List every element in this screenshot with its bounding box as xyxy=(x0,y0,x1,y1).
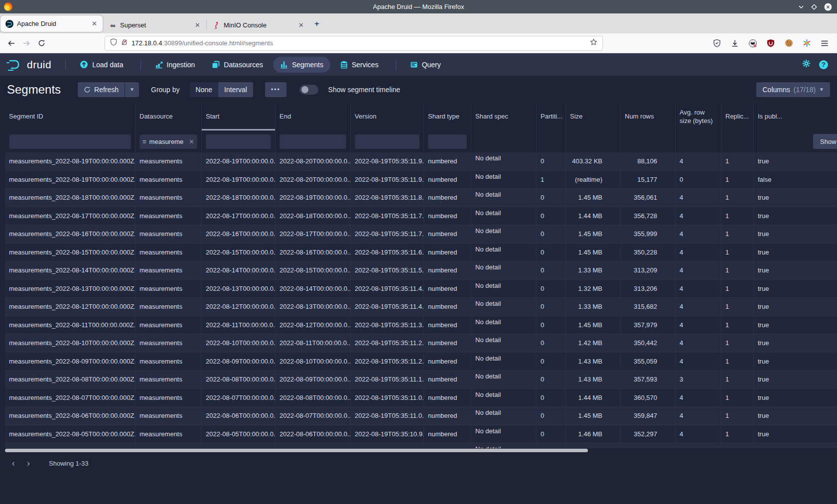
tab-superset[interactable]: ∞Superset✕ xyxy=(104,17,206,33)
cell-version: 2022-08-19T05:35:11.0... xyxy=(351,407,424,425)
remove-filter-icon[interactable]: ✕ xyxy=(189,138,194,145)
column-header-partiti[interactable]: Partiti... xyxy=(537,103,566,130)
cell-version: 2022-08-19T05:35:11.9... xyxy=(351,152,424,170)
tab-apache-druid[interactable]: Apache Druid✕ xyxy=(0,15,103,32)
table-row[interactable]: measurements_2022-08-13T00:00:00.000Z...… xyxy=(5,280,837,298)
reload-button[interactable] xyxy=(34,36,49,51)
cell-replic: 1 xyxy=(721,425,754,443)
table-row[interactable]: measurements_2022-08-12T00:00:00.000Z...… xyxy=(5,298,837,316)
nav-item-services[interactable]: Services xyxy=(333,57,386,73)
table-row[interactable]: measurements_2022-08-09T00:00:00.000Z...… xyxy=(5,353,837,371)
columns-picker-button[interactable]: Columns (17/18) ▼ xyxy=(756,82,830,97)
column-header-segment-id[interactable]: Segment ID xyxy=(5,103,136,130)
multicolor-asterisk-icon[interactable] xyxy=(801,38,812,49)
column-header-version[interactable]: Version xyxy=(351,103,424,130)
more-options-button[interactable]: ••• xyxy=(265,82,286,97)
druid-logo[interactable]: druid xyxy=(6,58,51,71)
menu-icon[interactable] xyxy=(819,38,830,49)
table-row[interactable]: measurements_2022-08-10T00:00:00.000Z...… xyxy=(5,334,837,353)
new-tab-button[interactable]: + xyxy=(310,17,324,31)
cell-is-publ: true xyxy=(754,298,837,316)
table-row[interactable]: measurements_2022-08-07T00:00:00.000Z...… xyxy=(5,389,837,407)
download-icon[interactable] xyxy=(729,38,740,49)
close-window-icon[interactable] xyxy=(824,3,832,11)
table-row[interactable]: measurements_2022-08-17T00:00:00.000Z...… xyxy=(5,207,837,226)
table-row[interactable]: measurements_2022-08-19T00:00:00.000Z...… xyxy=(5,152,837,171)
segment-timeline-toggle[interactable] xyxy=(299,85,318,95)
insecure-lock-icon[interactable] xyxy=(121,38,128,48)
settings-gear-icon[interactable] xyxy=(802,59,811,70)
nav-item-datasources[interactable]: Datasources xyxy=(205,57,270,73)
filter-input-end[interactable] xyxy=(279,134,346,149)
back-button[interactable] xyxy=(4,36,19,51)
column-header-start[interactable]: Start xyxy=(202,103,276,130)
nav-item-segments[interactable]: Segments xyxy=(273,57,330,73)
cell-start: 2022-08-10T00:00:00.0... xyxy=(202,334,276,352)
next-page-button[interactable]: › xyxy=(22,457,35,470)
tab-minio-console[interactable]: MinIO Console✕ xyxy=(207,17,309,33)
extension-badge-icon[interactable] xyxy=(747,38,758,49)
cookie-icon[interactable] xyxy=(783,38,794,49)
table-row[interactable]: No detail xyxy=(5,443,837,448)
column-header-is-publ[interactable]: Is publ... xyxy=(754,103,837,130)
horizontal-scrollbar[interactable] xyxy=(0,448,837,453)
filter-input-shard-type[interactable] xyxy=(428,134,467,149)
cell-shard-type: numbered xyxy=(424,171,471,189)
minimize-icon[interactable] xyxy=(798,4,804,10)
filter-input-start[interactable] xyxy=(206,134,271,149)
filter-taginput-datasource[interactable]: =measureme✕ xyxy=(140,134,197,149)
table-row[interactable]: measurements_2022-08-15T00:00:00.000Z...… xyxy=(5,244,837,262)
nav-item-ingestion[interactable]: Ingestion xyxy=(148,57,202,73)
tracking-shield-icon[interactable] xyxy=(110,38,117,48)
cell-shard-type: numbered xyxy=(424,225,471,243)
table-row[interactable]: measurements_2022-08-19T00:00:00.000Z...… xyxy=(5,171,837,189)
nav-item-query[interactable]: Query xyxy=(403,57,448,73)
column-header-num-rows[interactable]: Num rows xyxy=(621,103,676,130)
cell-replic: 1 xyxy=(721,244,754,261)
group-by-option-interval[interactable]: Interval xyxy=(218,82,253,97)
table-row[interactable]: measurements_2022-08-18T00:00:00.000Z...… xyxy=(5,189,837,207)
cell-shard-type: numbered xyxy=(424,316,471,334)
maximize-icon[interactable] xyxy=(811,4,817,10)
filter-input-segment-id[interactable] xyxy=(9,134,131,149)
column-header-shard-type[interactable]: Shard type xyxy=(424,103,471,130)
table-row[interactable]: measurements_2022-08-16T00:00:00.000Z...… xyxy=(5,225,837,244)
column-header-avg-row-size-bytes[interactable]: Avg. row size (bytes) xyxy=(676,103,721,130)
table-row[interactable]: measurements_2022-08-06T00:00:00.000Z...… xyxy=(5,407,837,425)
column-header-shard-spec[interactable]: Shard spec xyxy=(471,103,537,130)
table-row[interactable]: measurements_2022-08-11T00:00:00.000Z...… xyxy=(5,316,837,335)
table-row[interactable]: measurements_2022-08-08T00:00:00.000Z...… xyxy=(5,371,837,389)
table-row[interactable]: measurements_2022-08-14T00:00:00.000Z...… xyxy=(5,261,837,280)
refresh-button[interactable]: Refresh xyxy=(78,82,125,97)
cell-shard-type: numbered xyxy=(424,152,471,170)
refresh-dropdown-button[interactable]: ▼ xyxy=(125,82,139,97)
cell-segment-id: measurements_2022-08-11T00:00:00.000Z... xyxy=(5,316,136,334)
forward-button[interactable] xyxy=(19,36,34,51)
cell-partiti: 0 xyxy=(537,371,566,388)
filter-input-version[interactable] xyxy=(355,134,419,149)
url-bar[interactable]: 172.18.0.4:30899/unified-console.html#se… xyxy=(105,36,603,51)
group-by-option-none[interactable]: None xyxy=(190,82,218,97)
is-published-filter-button[interactable]: Show xyxy=(813,134,837,149)
prev-page-button[interactable]: ‹ xyxy=(7,457,20,470)
cell-version: 2022-08-19T05:35:11.7... xyxy=(351,225,424,243)
column-header-size[interactable]: Size xyxy=(566,103,621,130)
tab-label: MinIO Console xyxy=(224,21,293,29)
cell-end xyxy=(276,443,351,448)
cell-datasource xyxy=(136,443,202,448)
close-tab-icon[interactable]: ✕ xyxy=(297,21,305,29)
ublock-icon[interactable] xyxy=(765,38,776,49)
help-icon[interactable]: ? xyxy=(819,60,828,69)
column-header-datasource[interactable]: Datasource xyxy=(136,103,202,130)
scrollbar-thumb[interactable] xyxy=(5,449,588,452)
column-header-end[interactable]: End xyxy=(276,103,351,130)
table-row[interactable]: measurements_2022-08-05T00:00:00.000Z...… xyxy=(5,425,837,444)
column-header-replic[interactable]: Replic... xyxy=(721,103,754,130)
shield-icon[interactable] xyxy=(711,38,722,49)
cell-end: 2022-08-20T00:00:00.0... xyxy=(276,171,351,189)
close-tab-icon[interactable]: ✕ xyxy=(90,20,99,27)
cell-version: 2022-08-19T05:35:11.4... xyxy=(351,298,424,316)
bookmark-star-icon[interactable] xyxy=(590,38,597,48)
close-tab-icon[interactable]: ✕ xyxy=(193,21,202,29)
nav-item-load-data[interactable]: Load data xyxy=(73,56,130,73)
